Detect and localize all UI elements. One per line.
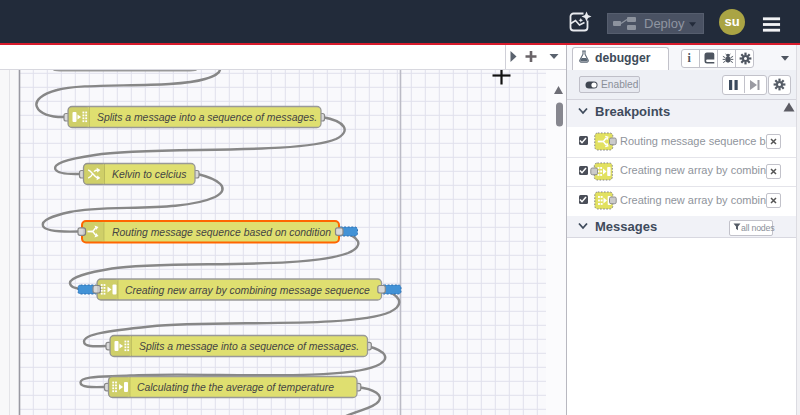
svg-text:Splits a message into a sequen: Splits a message into a sequence of mess…	[139, 341, 359, 352]
svg-text:Creating new array by combinin: Creating new array by combining message …	[125, 285, 370, 296]
svg-text:Routing message sequence based: Routing message sequence based on condit…	[112, 227, 331, 238]
svg-text:Calculating the the average of: Calculating the the average of temperatu…	[137, 382, 334, 393]
svg-text:Kelvin to celcius: Kelvin to celcius	[112, 169, 187, 180]
svg-text:Splits a message into a sequen: Splits a message into a sequence of mess…	[97, 112, 317, 123]
